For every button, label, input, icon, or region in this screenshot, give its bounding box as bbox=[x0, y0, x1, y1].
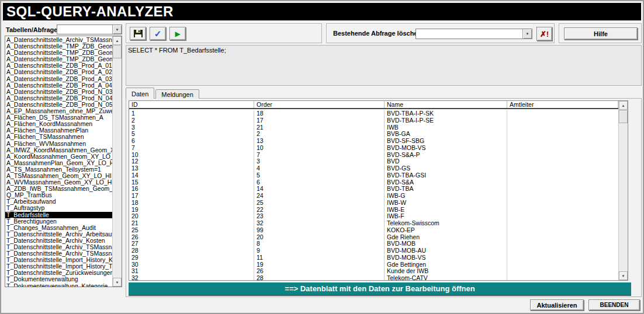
table-list-item[interactable]: A_TS_Massnahmen_Teilsystem=1 bbox=[5, 166, 112, 173]
table-list-item[interactable]: A_WVMassnahmen_Geom_XY_LO_HI bbox=[5, 179, 112, 186]
table-list-item[interactable]: A_Flächen_WVMassnahmen bbox=[5, 141, 112, 147]
table-list-item[interactable]: A_Datenschnittstelle_TMP_ZDB_Geom_02 bbox=[5, 50, 112, 56]
help-button[interactable]: Hilfe bbox=[564, 27, 638, 40]
table-row[interactable]: 19 22 IWB-E bbox=[129, 207, 618, 214]
scroll-down-icon[interactable]: ▼ bbox=[113, 278, 122, 287]
table-list-item[interactable]: A_TSMassnahmen_Geom_XY_LO_HI bbox=[5, 173, 112, 179]
table-list-item[interactable]: A_Flächen_TSMassnahmen bbox=[5, 134, 112, 140]
column-header-order[interactable]: Order bbox=[254, 101, 385, 108]
cell-amtleiter bbox=[507, 117, 618, 124]
table-row[interactable]: 29 11 BVD-MOB-VS bbox=[129, 254, 618, 261]
table-row[interactable]: 17 24 IWB-G bbox=[129, 193, 618, 200]
table-list-item[interactable]: T_Datenschnittstelle_Archiv_Arbeitsaufwa… bbox=[5, 231, 112, 238]
chevron-down-icon[interactable]: ▼ bbox=[112, 25, 122, 34]
table-list-item[interactable]: A_MassnahmenPlan_Geom_XY_LO_HI bbox=[5, 160, 112, 166]
table-row[interactable]: 30 19 Gde Bettingen bbox=[129, 261, 618, 268]
column-header-amtleiter[interactable]: Amtleiter bbox=[507, 101, 618, 108]
table-list-item[interactable]: A_Datenschnittstelle_ZDB_Prod_A_04 bbox=[5, 82, 112, 89]
grid-scrollbar[interactable]: ▲ ▼ bbox=[618, 101, 628, 280]
table-list-item[interactable]: T_Dokumentenverwaltung bbox=[5, 276, 112, 282]
column-header-id[interactable]: ID bbox=[129, 101, 254, 108]
table-row[interactable]: 16 14 BVD-TBA bbox=[129, 186, 618, 193]
column-header-name[interactable]: Name bbox=[385, 101, 507, 108]
table-list-item[interactable]: T_Datenschnittstelle_Archiv_TSMassnahmen bbox=[5, 244, 112, 250]
table-row[interactable]: 20 23 IWB-F bbox=[129, 213, 618, 220]
table-row[interactable]: 12 3 BVD bbox=[129, 158, 618, 165]
table-row[interactable]: 10 7 BVD-S&A-P bbox=[129, 152, 618, 159]
table-list-item[interactable]: T_Datenschnittstelle_Archiv_TSMassnahmen… bbox=[5, 250, 112, 257]
validate-query-button[interactable]: ✓ bbox=[150, 27, 166, 40]
table-list-item[interactable]: T_Berechtigungen bbox=[5, 218, 112, 225]
table-list-item[interactable]: A_Datenschnittstelle_TMP_ZDB_Geom_01 bbox=[5, 43, 112, 50]
play-icon: ▶ bbox=[175, 30, 180, 37]
tables-dropdown[interactable]: ▼ bbox=[57, 25, 122, 34]
table-list-item[interactable]: A_Datenschnittstelle_ZDB_Prod_N_04 bbox=[5, 95, 112, 102]
table-list-item[interactable]: A_KoordMassnahmen_Geom_XY_LO_HI bbox=[5, 153, 112, 160]
list-scrollbar-thumb[interactable] bbox=[113, 46, 122, 58]
table-list-item[interactable]: T_Datenschnittstelle_Archiv_Kosten bbox=[5, 238, 112, 244]
chevron-down-icon[interactable]: ▼ bbox=[522, 29, 532, 39]
delete-query-dropdown[interactable]: ▼ bbox=[416, 29, 532, 39]
scroll-up-icon[interactable]: ▲ bbox=[619, 101, 628, 110]
table-list-item[interactable]: T_Datenschnittstelle_Zurückweisungen bbox=[5, 270, 112, 276]
save-query-button[interactable] bbox=[130, 27, 146, 40]
cell-name: IWB bbox=[385, 124, 507, 131]
table-list-item[interactable]: A_Datenschnittstelle_ZDB_Prod_A_01 bbox=[5, 62, 112, 69]
table-row[interactable]: 2 17 BVD-TBA-I-P-SE bbox=[129, 117, 618, 124]
table-list-item[interactable]: T_Datenschnittstelle_Import_History_TS bbox=[5, 263, 112, 270]
list-scrollbar[interactable]: ▲ ▼ bbox=[112, 36, 122, 287]
cell-amtleiter bbox=[507, 207, 618, 214]
sql-query-input[interactable]: SELECT * FROM T_Bedarfsstelle; bbox=[126, 45, 642, 86]
table-list-item[interactable]: A_IMWZ_KoordMassnahmen_Geom_XY_LO_HI bbox=[5, 147, 112, 153]
exit-button[interactable]: BEENDEN bbox=[588, 299, 640, 310]
table-list-item[interactable]: T_Changes_Massnahmen_Audit bbox=[5, 225, 112, 231]
table-row[interactable]: 3 21 IWB bbox=[129, 124, 618, 131]
table-row[interactable]: 15 6 BVD-S&A bbox=[129, 179, 618, 186]
table-list-item[interactable]: A_ZDB_IWB_TSMassnahmen_Geom_XY_LO_HI bbox=[5, 186, 112, 192]
table-list-item[interactable]: T_Dokumentenverwaltung_Kategorie bbox=[5, 283, 112, 287]
table-list-item[interactable]: A_Flächen_KoordMassnahmen bbox=[5, 121, 112, 127]
table-list-item[interactable]: T_Datenschnittstelle_Import_History_Kost… bbox=[5, 257, 112, 263]
cell-name: IWB-G bbox=[385, 193, 507, 200]
table-row[interactable]: 27 8 BVD-MOB bbox=[129, 240, 618, 247]
table-list-item[interactable]: Q_MP_TramBus bbox=[5, 192, 112, 198]
table-row[interactable]: 31 26 Kunde der IWB bbox=[129, 268, 618, 275]
tab-daten[interactable]: Daten bbox=[126, 88, 154, 99]
table-list-item[interactable]: T_Arbeitsaufwand bbox=[5, 198, 112, 205]
delete-query-section: Bestehende Abfrage löschen: ▼ ✗! bbox=[326, 23, 555, 43]
run-query-button[interactable]: ▶ bbox=[169, 27, 186, 40]
table-row[interactable]: 28 9 BVD-MOB-AU bbox=[129, 247, 618, 254]
grid-scrollbar-thumb[interactable] bbox=[619, 110, 628, 123]
table-row[interactable]: 6 13 BVD-SF-SBG bbox=[129, 138, 618, 145]
table-row[interactable]: 1 18 BVD-TBA-I-P-SK bbox=[129, 110, 618, 117]
cell-id: 29 bbox=[129, 254, 254, 261]
scroll-down-icon[interactable]: ▼ bbox=[619, 271, 628, 280]
table-row[interactable]: 25 99 KOKO-EP bbox=[129, 227, 618, 234]
delete-query-button[interactable]: ✗! bbox=[536, 27, 552, 41]
table-row[interactable]: 21 32 Telekom-Swisscom bbox=[129, 220, 618, 227]
table-list-item[interactable]: A_Datenschnittstelle_ZDB_Prod_A_03 bbox=[5, 76, 112, 82]
table-row[interactable]: 26 20 Gde Riehen bbox=[129, 234, 618, 241]
refresh-button-label: Aktualisieren bbox=[536, 302, 577, 309]
table-row[interactable]: 18 25 IWB-W bbox=[129, 200, 618, 207]
table-list-item[interactable]: A_Datenschnittstelle_TMP_ZDB_Geom_03 bbox=[5, 56, 112, 62]
table-list-item[interactable]: A_Flächen_DS_TSMassnahmen_A bbox=[5, 114, 112, 121]
table-row[interactable]: 7 10 BVD-MOB-VS bbox=[129, 145, 618, 152]
table-list-item[interactable]: A_Datenschnittstelle_ZDB_Prod_N_03 bbox=[5, 89, 112, 95]
refresh-button[interactable]: Aktualisieren bbox=[530, 299, 584, 310]
table-list-item[interactable]: T_Auftragstyp bbox=[5, 205, 112, 211]
table-list-item[interactable]: A_EP_Massnahemen_ohne_MP_Zuweisung bbox=[5, 108, 112, 114]
scroll-up-icon[interactable]: ▲ bbox=[113, 36, 122, 45]
table-row[interactable]: 14 5 BVD-TBA-GSI bbox=[129, 172, 618, 179]
table-row[interactable]: 32 28 Telekom-CATV bbox=[129, 275, 618, 281]
table-list-item[interactable]: A_Datenschnittstelle_Archiv_TSMassnahmen… bbox=[5, 37, 112, 43]
table-row[interactable]: 13 4 BVD-GS bbox=[129, 165, 618, 172]
tab-meldungen[interactable]: Meldungen bbox=[155, 89, 199, 99]
open-datasheet-banner-button[interactable]: ==> Datenblatt mit den Daten zur Bearbei… bbox=[129, 282, 631, 296]
table-list-item[interactable]: A_Datenschnittstelle_ZDB_Prod_N_05 bbox=[5, 102, 112, 108]
cell-name: Gde Bettingen bbox=[385, 261, 507, 268]
table-list-item[interactable]: A_Flächen_MassnahmenPlan bbox=[5, 127, 112, 134]
table-list-item[interactable]: T_Bedarfsstelle bbox=[5, 212, 112, 218]
table-list-item[interactable]: A_Datenschnittstelle_ZDB_Prod_A_02 bbox=[5, 69, 112, 75]
table-row[interactable]: 5 2 BVB-GA bbox=[129, 131, 618, 138]
